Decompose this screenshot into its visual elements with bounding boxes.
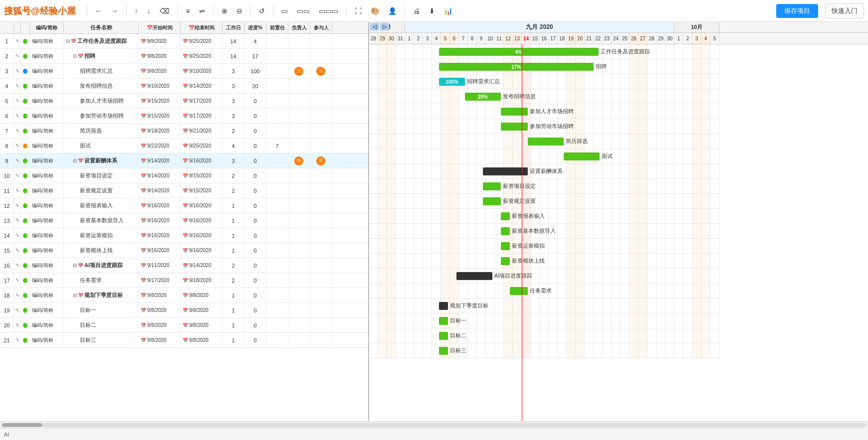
scroll-track[interactable] [2, 423, 866, 427]
edit-icon[interactable]: ✎ [14, 49, 21, 63]
task-name[interactable]: 简历筛选 [64, 124, 139, 138]
edit-icon[interactable]: ✎ [14, 168, 21, 183]
edit-icon[interactable]: ✎ [14, 258, 21, 273]
task-end[interactable]: 📅9/10/2020 [181, 64, 222, 78]
task-start[interactable]: 📅9/17/2020 [139, 273, 181, 288]
edit-icon[interactable]: ✎ [14, 318, 21, 332]
task-start[interactable]: 📅9/16/2020 [139, 243, 181, 258]
task-end[interactable]: 📅9/8/2020 [181, 318, 222, 332]
task-name[interactable]: ⊟ 📅招聘 [64, 49, 139, 63]
task-end[interactable]: 📅9/17/2020 [181, 109, 222, 123]
task-end[interactable]: 📅9/14/2020 [181, 79, 222, 93]
table-row[interactable]: 19✎编码/简称目标一📅9/8/2020📅9/8/202010 [0, 303, 368, 318]
task-end[interactable]: 📅9/8/2020 [181, 333, 222, 347]
task-name[interactable]: 薪资规定设置 [64, 183, 139, 198]
group-collapse-icon[interactable]: ⊟ [73, 53, 77, 59]
task-end[interactable]: 📅9/15/2020 [181, 168, 222, 183]
up-button[interactable]: ↑ [132, 5, 141, 16]
edit-icon[interactable]: ✎ [14, 213, 21, 228]
task-name[interactable]: 招聘需求汇总 [64, 64, 139, 78]
view-double-button[interactable]: ▭▭ [294, 5, 313, 16]
gantt-nav-left[interactable]: ◁ [370, 23, 379, 30]
task-end[interactable]: 📅9/25/2020 [181, 49, 222, 63]
edit-icon[interactable]: ✎ [14, 64, 21, 78]
task-start[interactable]: 📅9/8/2020 [139, 64, 181, 78]
task-name[interactable]: 目标二 [64, 318, 139, 332]
table-row[interactable]: 18✎编码/简称⊟ 📅规划下季度目标📅9/8/2020📅9/8/202010 [0, 288, 368, 303]
edit-icon[interactable]: ✎ [14, 333, 21, 347]
task-start[interactable]: 📅9/11/2020 [139, 258, 181, 273]
user-button[interactable]: 👤 [385, 5, 400, 16]
task-start[interactable]: 📅9/8/2020 [139, 34, 181, 48]
download-button[interactable]: ⬇ [426, 5, 438, 16]
task-end[interactable]: 📅9/18/2020 [181, 273, 222, 288]
edit-icon[interactable]: ✎ [14, 109, 21, 123]
edit-icon[interactable]: ✎ [14, 243, 21, 258]
edit-icon[interactable]: ✎ [14, 124, 21, 138]
task-end[interactable]: 📅9/16/2020 [181, 153, 222, 168]
task-end[interactable]: 📅9/15/2020 [181, 183, 222, 198]
table-row[interactable]: 12✎编码/简称薪资报表输入📅9/16/2020📅9/16/202010 [0, 198, 368, 213]
task-end[interactable]: 📅9/21/2020 [181, 124, 222, 138]
task-name[interactable]: 目标一 [64, 303, 139, 317]
task-end[interactable]: 📅9/16/2020 [181, 213, 222, 228]
color-button[interactable]: 🎨 [368, 5, 382, 16]
task-start[interactable]: 📅9/8/2020 [139, 318, 181, 332]
table-row[interactable]: 21✎编码/简称目标三📅9/8/2020📅9/8/202010 [0, 333, 368, 348]
task-end[interactable]: 📅9/8/2020 [181, 288, 222, 302]
task-start[interactable]: 📅9/16/2020 [139, 213, 181, 228]
task-start[interactable]: 📅9/16/2020 [139, 228, 181, 243]
task-end[interactable]: 📅9/16/2020 [181, 228, 222, 243]
edit-icon[interactable]: ✎ [14, 228, 21, 243]
edit-icon[interactable]: ✎ [14, 79, 21, 93]
group-collapse-icon[interactable]: ⊟ [73, 263, 77, 268]
edit-icon[interactable]: ✎ [14, 303, 21, 317]
table-row[interactable]: 17✎编码/简称任务需求📅9/17/2020📅9/18/202020 [0, 273, 368, 288]
task-name[interactable]: 任务需求 [64, 273, 139, 288]
task-end[interactable]: 📅9/25/2020 [181, 34, 222, 48]
print-button[interactable]: 🖨 [410, 5, 423, 16]
task-name[interactable]: ⊟ 📅工作任务及进度跟踪 [64, 34, 139, 48]
save-button[interactable]: 保存项目 [776, 4, 818, 18]
table-row[interactable]: 14✎编码/简称薪资运算模拟📅9/16/2020📅9/16/202010 [0, 228, 368, 243]
align-right-button[interactable]: ⇌ [196, 5, 208, 16]
task-name[interactable]: 薪资报表输入 [64, 198, 139, 213]
task-start[interactable]: 📅9/14/2020 [139, 168, 181, 183]
edit-icon[interactable]: ✎ [14, 34, 21, 48]
edit-icon[interactable]: ✎ [14, 94, 21, 108]
table-row[interactable]: 5✎编码/简称参加人才市场招聘📅9/15/2020📅9/17/202030 [0, 94, 368, 109]
edit-icon[interactable]: ✎ [14, 153, 21, 168]
group-collapse-icon[interactable]: ⊟ [73, 293, 77, 298]
task-name[interactable]: 参加人才市场招聘 [64, 94, 139, 108]
task-start[interactable]: 📅9/16/2020 [139, 198, 181, 213]
delete-button[interactable]: ⌫ [157, 5, 173, 16]
gantt-nav-right[interactable]: ▷ [380, 23, 389, 30]
task-start[interactable]: 📅9/14/2020 [139, 153, 181, 168]
align-left-button[interactable]: ≡ [183, 5, 193, 16]
edit-icon[interactable]: ✎ [14, 288, 21, 302]
table-row[interactable]: 9✎编码/简称⊟ 📅设置薪酬体系📅9/14/2020📅9/16/202030想想 [0, 153, 368, 168]
table-row[interactable]: 2✎编码/简称⊟ 📅招聘📅9/8/2020📅9/25/20201417 [0, 49, 368, 64]
task-end[interactable]: 📅9/16/2020 [181, 198, 222, 213]
view-single-button[interactable]: ▭ [278, 5, 291, 16]
task-start[interactable]: 📅9/18/2020 [139, 124, 181, 138]
task-start[interactable]: 📅9/14/2020 [139, 183, 181, 198]
edit-icon[interactable]: ✎ [14, 198, 21, 213]
table-row[interactable]: 15✎编码/简称薪资模块上线📅9/16/2020📅9/16/202010 [0, 243, 368, 258]
down-button[interactable]: ↓ [144, 5, 154, 16]
task-name[interactable]: 发布招聘信息 [64, 79, 139, 93]
table-row[interactable]: 1✎编码/简称⊟ 📅工作任务及进度跟踪📅9/8/2020📅9/25/202014… [0, 34, 368, 49]
task-name[interactable]: ⊟ 📅设置薪酬体系 [64, 153, 139, 168]
task-start[interactable]: 📅9/8/2020 [139, 303, 181, 317]
group-collapse-icon[interactable]: ⊟ [66, 38, 70, 44]
bottom-scrollbar[interactable] [0, 421, 868, 428]
redo-button[interactable]: → [108, 5, 121, 16]
task-name[interactable]: 参加劳动市场招聘 [64, 109, 139, 123]
view-triple-button[interactable]: ▭▭▭ [316, 5, 341, 16]
table-row[interactable]: 13✎编码/简称薪资基本数据导入📅9/16/2020📅9/16/202010 [0, 213, 368, 228]
table-row[interactable]: 10✎编码/简称薪资项目设定📅9/14/2020📅9/15/202020 [0, 168, 368, 183]
task-end[interactable]: 📅9/25/2020 [181, 139, 222, 153]
refresh-button[interactable]: ↺ [256, 5, 268, 16]
excel-button[interactable]: 📊 [441, 5, 455, 16]
task-name[interactable]: ⊟ 📅规划下季度目标 [64, 288, 139, 302]
